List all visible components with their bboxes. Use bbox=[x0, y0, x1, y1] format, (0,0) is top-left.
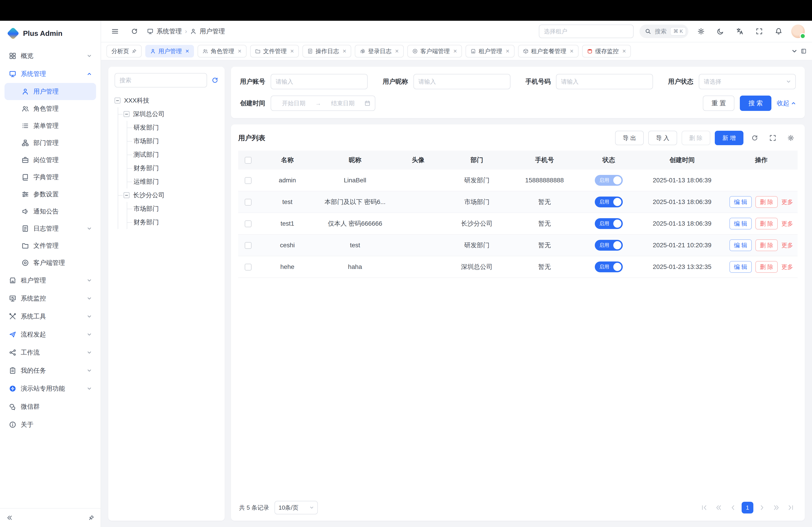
collapse-toggle-icon[interactable] bbox=[124, 192, 129, 198]
date-range-picker[interactable]: 开始日期 → 结束日期 bbox=[271, 95, 375, 111]
collapse-toggle-icon[interactable] bbox=[115, 97, 120, 104]
close-icon[interactable]: × bbox=[343, 48, 346, 54]
tree-node-dept[interactable]: 市场部门 bbox=[127, 134, 218, 148]
refresh-icon[interactable] bbox=[748, 131, 762, 145]
close-icon[interactable]: × bbox=[453, 48, 457, 54]
delete-button[interactable]: 删 除 bbox=[755, 239, 778, 251]
delete-button[interactable]: 删 除 bbox=[755, 218, 778, 229]
pin-icon[interactable] bbox=[132, 49, 137, 54]
sidebar-item-dict-management[interactable]: 字典管理 bbox=[4, 169, 96, 186]
close-icon[interactable]: × bbox=[622, 48, 626, 54]
row-checkbox[interactable] bbox=[245, 177, 251, 184]
close-icon[interactable]: × bbox=[570, 48, 574, 54]
sidebar-item-my-tasks[interactable]: 我的任务 bbox=[4, 362, 96, 380]
collapse-filters-link[interactable]: 收起 bbox=[777, 99, 796, 107]
status-toggle[interactable]: 启用 bbox=[595, 197, 623, 207]
fullscreen-icon[interactable] bbox=[752, 25, 766, 38]
delete-button[interactable]: 删 除 bbox=[755, 261, 778, 273]
row-checkbox[interactable] bbox=[245, 221, 251, 227]
close-icon[interactable]: × bbox=[395, 48, 398, 54]
chevron-down-icon[interactable] bbox=[792, 48, 797, 54]
next-page-icon[interactable] bbox=[756, 502, 768, 513]
sidebar-item-param-settings[interactable]: 参数设置 bbox=[4, 186, 96, 203]
close-icon[interactable]: × bbox=[290, 48, 294, 54]
add-button[interactable]: 新 增 bbox=[715, 131, 743, 145]
collapse-toggle-icon[interactable] bbox=[124, 111, 129, 117]
sidebar-item-process-start[interactable]: 流程发起 bbox=[4, 326, 96, 344]
status-select[interactable]: 请选择 bbox=[699, 74, 796, 89]
tab-tenant-management[interactable]: 租户管理 × bbox=[466, 45, 514, 58]
sidebar-item-about[interactable]: 关于 bbox=[4, 416, 96, 434]
sidebar-item-wechat-group[interactable]: 微信群 bbox=[4, 397, 96, 416]
tab-user-management[interactable]: 用户管理 × bbox=[145, 45, 194, 58]
tree-node-dept[interactable]: 市场部门 bbox=[127, 202, 218, 215]
dark-mode-moon-icon[interactable] bbox=[714, 25, 727, 38]
close-icon[interactable]: × bbox=[506, 48, 509, 54]
tree-node-dept[interactable]: 测试部门 bbox=[127, 148, 218, 161]
sidebar-item-role-management[interactable]: 角色管理 bbox=[4, 100, 96, 117]
gear-icon[interactable] bbox=[784, 131, 798, 145]
close-icon[interactable]: × bbox=[185, 48, 189, 54]
translate-icon[interactable] bbox=[733, 25, 746, 38]
select-all-checkbox[interactable] bbox=[245, 157, 251, 164]
sidebar-item-system-monitor[interactable]: 系统监控 bbox=[4, 289, 96, 307]
search-button[interactable]: 搜 索 bbox=[740, 95, 771, 111]
first-page-icon[interactable] bbox=[698, 502, 710, 513]
reset-button[interactable]: 重 置 bbox=[703, 95, 735, 111]
tab-role-management[interactable]: 角色管理 × bbox=[198, 45, 246, 58]
last-page-icon[interactable] bbox=[785, 502, 797, 513]
sidebar-item-post-management[interactable]: 岗位管理 bbox=[4, 151, 96, 169]
current-page-button[interactable]: 1 bbox=[742, 502, 753, 513]
tree-node-dept[interactable]: 财务部门 bbox=[127, 161, 218, 175]
sidebar-item-workflow[interactable]: 工作流 bbox=[4, 344, 96, 362]
sidebar-item-demo-features[interactable]: 演示站专用功能 bbox=[4, 380, 96, 397]
next-jump-icon[interactable] bbox=[770, 502, 782, 513]
fullscreen-icon[interactable] bbox=[766, 131, 780, 145]
nickname-input[interactable] bbox=[414, 74, 510, 89]
account-input[interactable] bbox=[271, 74, 368, 89]
gear-icon[interactable] bbox=[694, 25, 708, 38]
more-button[interactable]: 更多 bbox=[781, 220, 793, 228]
hamburger-menu-icon[interactable] bbox=[108, 25, 122, 38]
tab-client-management[interactable]: 客户端管理 × bbox=[407, 45, 462, 58]
bell-icon[interactable] bbox=[772, 25, 785, 38]
more-button[interactable]: 更多 bbox=[781, 241, 793, 249]
tree-node-dept[interactable]: 研发部门 bbox=[127, 121, 218, 134]
tree-node-dept[interactable]: 财务部门 bbox=[127, 215, 218, 229]
sidebar-item-client-management[interactable]: 客户端管理 bbox=[4, 254, 96, 271]
breadcrumb-item[interactable]: 系统管理 bbox=[157, 27, 182, 35]
status-toggle[interactable]: 启用 bbox=[595, 175, 623, 186]
tab-login-log[interactable]: 登录日志 × bbox=[355, 45, 404, 58]
edit-button[interactable]: 编 辑 bbox=[729, 239, 752, 251]
sidebar-item-system[interactable]: 系统管理 bbox=[4, 65, 96, 83]
export-button[interactable]: 导 出 bbox=[615, 131, 644, 145]
tree-refresh-icon[interactable] bbox=[212, 77, 218, 84]
user-avatar[interactable] bbox=[791, 25, 805, 38]
global-search[interactable]: 搜索 ⌘ K bbox=[639, 25, 688, 38]
tree-node-dept[interactable]: 运维部门 bbox=[127, 175, 218, 189]
tab-file-management[interactable]: 文件管理 × bbox=[250, 45, 299, 58]
tree-node-root[interactable]: XXX科技 bbox=[115, 94, 218, 107]
tree-search-input[interactable] bbox=[115, 73, 207, 88]
close-icon[interactable]: × bbox=[238, 48, 241, 54]
sidebar-item-user-management[interactable]: 用户管理 bbox=[4, 83, 96, 100]
collapse-sidebar-icon[interactable] bbox=[6, 515, 13, 521]
edit-button[interactable]: 编 辑 bbox=[729, 261, 752, 273]
sidebar-item-system-tools[interactable]: 系统工具 bbox=[4, 307, 96, 326]
delete-button[interactable]: 删 除 bbox=[682, 131, 710, 145]
tab-tenant-package-management[interactable]: 租户套餐管理 × bbox=[518, 45, 579, 58]
sidebar-item-notice[interactable]: 通知公告 bbox=[4, 203, 96, 220]
sidebar-item-log-management[interactable]: 日志管理 bbox=[4, 220, 96, 237]
status-toggle[interactable]: 启用 bbox=[595, 240, 623, 251]
prev-page-icon[interactable] bbox=[727, 502, 739, 513]
refresh-icon[interactable] bbox=[128, 25, 141, 38]
sidebar-item-file-management[interactable]: 文件管理 bbox=[4, 237, 96, 254]
status-toggle[interactable]: 启用 bbox=[595, 218, 623, 229]
more-button[interactable]: 更多 bbox=[781, 198, 793, 206]
sidebar-item-overview[interactable]: 概览 bbox=[4, 47, 96, 65]
tree-node-company[interactable]: 深圳总公司 bbox=[118, 107, 218, 121]
sidebar-item-department-management[interactable]: 部门管理 bbox=[4, 134, 96, 151]
row-checkbox[interactable] bbox=[245, 264, 251, 270]
sidebar-item-menu-management[interactable]: 菜单管理 bbox=[4, 117, 96, 134]
status-toggle[interactable]: 启用 bbox=[595, 261, 623, 272]
